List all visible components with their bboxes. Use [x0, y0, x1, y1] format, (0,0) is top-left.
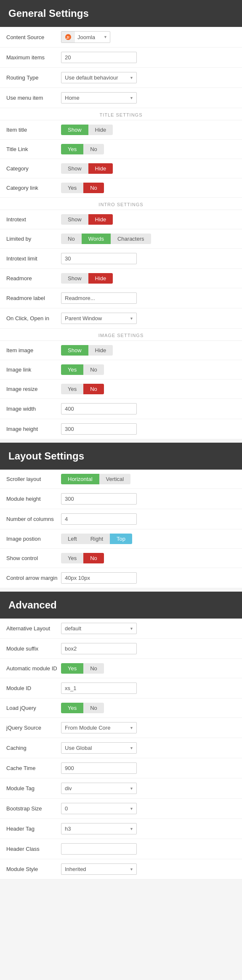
image-resize-yes-btn[interactable]: Yes	[61, 384, 83, 394]
module-style-select[interactable]: Inherited	[61, 863, 137, 875]
module-suffix-input[interactable]	[61, 643, 137, 654]
module-tag-select[interactable]: div	[61, 783, 137, 794]
caching-row: Caching Use Global	[0, 738, 242, 758]
header-tag-select[interactable]: h3	[61, 823, 137, 834]
image-link-yes-btn[interactable]: Yes	[61, 364, 83, 375]
title-link-yes-btn[interactable]: Yes	[61, 144, 83, 154]
load-jquery-yes-btn[interactable]: Yes	[61, 703, 83, 713]
routing-type-control: Use default behaviour	[61, 72, 236, 83]
readmore-hide-btn[interactable]: Hide	[88, 273, 113, 284]
cache-time-input[interactable]	[61, 762, 137, 774]
use-menu-item-select-wrap: Home	[61, 92, 137, 104]
caching-label: Caching	[6, 745, 61, 751]
control-arrow-margin-input[interactable]	[61, 572, 137, 584]
scroller-layout-toggle: Horizontal Vertical	[61, 474, 130, 484]
category-label: Category	[6, 165, 61, 172]
image-resize-no-btn[interactable]: No	[83, 384, 104, 394]
image-resize-label: Image resize	[6, 386, 61, 392]
image-link-no-btn[interactable]: No	[83, 364, 104, 375]
show-control-label: Show control	[6, 555, 61, 561]
category-hide-btn[interactable]: Hide	[88, 163, 113, 174]
jquery-source-select[interactable]: From Module Core	[61, 722, 137, 733]
readmore-label-row: Readmore label	[0, 288, 242, 308]
layout-settings-section: Layout Settings Scroller layout Horizont…	[0, 443, 242, 588]
readmore-label-control	[61, 292, 236, 304]
image-height-input[interactable]	[61, 423, 137, 435]
scroller-horizontal-btn[interactable]: Horizontal	[61, 474, 99, 484]
item-title-hide-btn[interactable]: Hide	[88, 125, 113, 135]
introtext-hide-btn[interactable]: Hide	[88, 214, 113, 225]
number-of-columns-input[interactable]	[61, 513, 137, 525]
module-height-row: Module height	[0, 489, 242, 509]
cache-time-label: Cache Time	[6, 765, 61, 771]
content-source-dropdown[interactable]: Joomla	[75, 32, 104, 42]
category-link-yes-btn[interactable]: Yes	[61, 183, 83, 193]
bootstrap-size-control: 0	[61, 803, 236, 814]
image-link-row: Image link Yes No	[0, 360, 242, 380]
module-id-control	[61, 683, 236, 694]
title-link-control: Yes No	[61, 144, 236, 154]
image-position-label: Image postion	[6, 536, 61, 542]
show-control-no-btn[interactable]: No	[83, 553, 104, 563]
header-tag-label: Header Tag	[6, 826, 61, 832]
readmore-label-input[interactable]	[61, 292, 137, 304]
limited-by-toggle: No Words Characters	[61, 234, 151, 244]
category-show-btn[interactable]: Show	[61, 163, 88, 174]
image-left-btn[interactable]: Left	[61, 534, 84, 544]
content-source-select[interactable]: J! Joomla ▼	[61, 31, 110, 43]
item-title-control: Show Hide	[61, 125, 236, 135]
category-link-control: Yes No	[61, 183, 236, 193]
module-style-label: Module Style	[6, 866, 61, 872]
item-title-show-btn[interactable]: Show	[61, 125, 88, 135]
bootstrap-size-label: Bootstrap Size	[6, 805, 61, 812]
image-settings-subheader: IMAGE SETTINGS	[0, 329, 242, 341]
image-resize-toggle: Yes No	[61, 384, 104, 394]
automatic-module-id-no-btn[interactable]: No	[83, 663, 104, 674]
item-image-show-btn[interactable]: Show	[61, 345, 88, 356]
jquery-source-label: jQuery Source	[6, 725, 61, 731]
cache-time-control	[61, 762, 236, 774]
dropdown-arrow-icon: ▼	[104, 35, 110, 39]
load-jquery-row: Load jQuery Yes No	[0, 698, 242, 718]
intro-settings-subheader: INTRO SETTINGS	[0, 198, 242, 210]
joomla-icon: J!	[61, 32, 75, 42]
jquery-source-select-wrap: From Module Core	[61, 722, 137, 733]
introtext-show-btn[interactable]: Show	[61, 214, 88, 225]
alternative-layout-select[interactable]: default	[61, 623, 137, 634]
module-height-input[interactable]	[61, 493, 137, 505]
limited-by-no-btn[interactable]: No	[61, 234, 82, 244]
show-control-yes-btn[interactable]: Yes	[61, 553, 83, 563]
title-link-no-btn[interactable]: No	[83, 144, 104, 154]
load-jquery-no-btn[interactable]: No	[83, 703, 104, 713]
show-control-row: Show control Yes No	[0, 549, 242, 568]
title-link-label: Title Link	[6, 146, 61, 152]
introtext-toggle: Show Hide	[61, 214, 113, 225]
limited-by-label: Limited by	[6, 236, 61, 242]
image-top-btn[interactable]: Top	[110, 534, 132, 544]
module-id-input[interactable]	[61, 683, 137, 694]
limited-by-words-btn[interactable]: Words	[82, 234, 111, 244]
header-class-input[interactable]	[61, 843, 137, 855]
caching-select[interactable]: Use Global	[61, 742, 137, 754]
image-width-input[interactable]	[61, 403, 137, 414]
image-link-label: Image link	[6, 367, 61, 373]
module-suffix-row: Module suffix	[0, 639, 242, 659]
category-link-no-btn[interactable]: No	[83, 183, 104, 193]
image-right-btn[interactable]: Right	[84, 534, 110, 544]
category-row: Category Show Hide	[0, 159, 242, 178]
routing-type-select[interactable]: Use default behaviour	[61, 72, 137, 83]
use-menu-item-select[interactable]: Home	[61, 92, 137, 104]
maximum-items-input[interactable]	[61, 52, 137, 63]
introtext-limit-input[interactable]	[61, 253, 137, 264]
limited-by-characters-btn[interactable]: Characters	[111, 234, 151, 244]
on-click-select[interactable]: Parent Window	[61, 313, 137, 324]
item-image-hide-btn[interactable]: Hide	[88, 345, 113, 356]
show-control-toggle: Yes No	[61, 553, 104, 563]
readmore-show-btn[interactable]: Show	[61, 273, 88, 284]
automatic-module-id-yes-btn[interactable]: Yes	[61, 663, 83, 674]
module-tag-control: div	[61, 783, 236, 794]
bootstrap-size-select[interactable]: 0	[61, 803, 137, 814]
scroller-vertical-btn[interactable]: Vertical	[99, 474, 131, 484]
item-image-row: Item image Show Hide	[0, 341, 242, 360]
item-title-row: Item title Show Hide	[0, 120, 242, 140]
